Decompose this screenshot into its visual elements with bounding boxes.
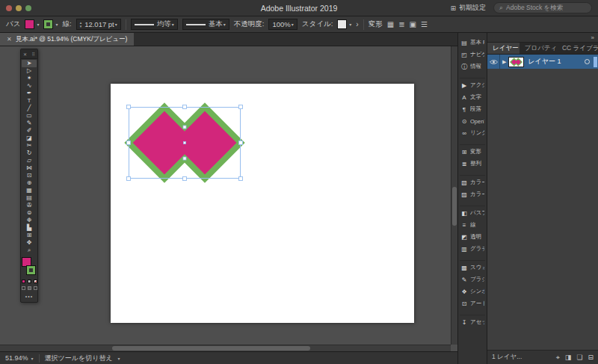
tab-close-icon[interactable]: ✕ xyxy=(7,36,12,43)
color-button[interactable] xyxy=(22,280,25,283)
dock-item-navigator[interactable]: ◰ ナビゲ... xyxy=(458,49,487,61)
stroke-swatch-caret-icon[interactable]: ▾ xyxy=(55,22,58,27)
window-minimize-button[interactable] xyxy=(16,5,22,11)
stroke-color-swatch[interactable] xyxy=(43,19,53,29)
opacity-select[interactable]: 100% ▾ xyxy=(268,19,297,30)
selection-tool[interactable]: ➤ xyxy=(22,60,37,67)
dock-item-pathfinder[interactable]: ◧ パスフ... xyxy=(458,207,487,219)
status-caret-icon[interactable]: ▾ xyxy=(118,356,120,361)
stroke-weight-stepper[interactable]: ▴ ▾ xyxy=(80,21,82,28)
toolbar-stroke-swatch[interactable] xyxy=(26,265,36,275)
dock-item-character[interactable]: A 文字 xyxy=(458,91,487,103)
layer-thumbnail[interactable] xyxy=(508,57,524,67)
layer-visibility-toggle[interactable] xyxy=(487,55,500,69)
shape-builder-tool[interactable]: ⊕ xyxy=(22,179,37,187)
dock-item-stroke[interactable]: ≡ 線 xyxy=(458,219,487,231)
make-clipping-mask-icon[interactable]: ◨ xyxy=(565,354,572,362)
stroke-weight-caret-icon[interactable]: ▾ xyxy=(115,22,117,27)
width-tool[interactable]: ⋈ xyxy=(22,164,37,172)
scissors-tool[interactable]: ✂ xyxy=(22,142,37,149)
layer-expand-icon[interactable]: ▶ xyxy=(502,59,506,65)
dock-item-asset-export[interactable]: ↧ アセッ... xyxy=(458,316,487,328)
tools-panel-close-icon[interactable]: ✕ xyxy=(23,52,27,57)
line-segment-tool[interactable]: ╱ xyxy=(22,105,37,112)
gradient-tool[interactable]: ▤ xyxy=(22,194,37,202)
pencil-tool[interactable]: ✐ xyxy=(22,127,37,135)
transform-link[interactable]: 変形 xyxy=(369,19,383,29)
align-icon[interactable]: ≣ xyxy=(398,20,404,28)
magic-wand-tool[interactable]: ✶ xyxy=(22,75,37,82)
artboard[interactable] xyxy=(111,84,414,323)
type-tool[interactable]: T xyxy=(22,97,37,105)
stepper-down-icon[interactable]: ▾ xyxy=(80,25,82,28)
tools-panel-drag-icon[interactable]: ⠿ xyxy=(32,52,35,57)
new-layer-icon[interactable]: ❏ xyxy=(576,354,582,362)
collapse-panels-icon[interactable]: » xyxy=(591,34,594,41)
none-button[interactable] xyxy=(34,280,37,283)
stroke-weight-value[interactable]: 12.017 pt xyxy=(84,20,114,28)
free-transform-tool[interactable]: ⊡ xyxy=(22,172,37,179)
hand-tool[interactable]: ✥ xyxy=(22,239,37,247)
canvas[interactable]: ✕ ⠿ ➤ ▷ ✶ ∿ ✒ xyxy=(0,46,457,351)
dock-item-paragraph[interactable]: ¶ 段落 xyxy=(458,103,487,115)
dock-item-gradient[interactable]: ▥ グラデ... xyxy=(458,243,487,255)
arrange-icon[interactable]: ▣ xyxy=(410,20,416,28)
artboard-tool[interactable]: ⊞ xyxy=(22,232,37,239)
dock-item-essentials[interactable]: ▤ 基本 R... xyxy=(458,37,487,49)
more-options-chevron-icon[interactable]: › xyxy=(356,20,358,28)
gradient-button[interactable] xyxy=(28,280,31,283)
panel-menu-icon[interactable]: ☰ xyxy=(421,20,428,28)
draw-inside-icon[interactable] xyxy=(34,286,37,290)
tab-libraries[interactable]: CC ライブラ xyxy=(557,43,598,54)
workspace-switcher[interactable]: ⊞ 初期設定 xyxy=(450,3,486,13)
draw-behind-icon[interactable] xyxy=(28,286,31,290)
dock-item-links[interactable]: ∞ リンク xyxy=(458,127,487,139)
scale-tool[interactable]: ▱ xyxy=(22,157,37,164)
blend-tool[interactable]: ⊜ xyxy=(22,209,37,217)
width-profile-select[interactable]: 均等 ▾ xyxy=(131,19,178,30)
tools-panel-header[interactable]: ✕ ⠿ xyxy=(21,49,37,59)
brush-definition-select[interactable]: 基本 ▾ xyxy=(182,19,229,30)
vertical-scrollbar-thumb[interactable] xyxy=(452,187,457,226)
column-graph-tool[interactable]: ▙ xyxy=(22,224,37,232)
transform-grid-icon[interactable]: ▦ xyxy=(387,20,394,28)
stroke-weight-field[interactable]: ▴ ▾ 12.017 pt ▾ xyxy=(76,19,121,30)
dock-item-opentype[interactable]: ⊙ OpenT... xyxy=(458,115,487,127)
horizontal-scrollbar[interactable] xyxy=(0,345,451,351)
window-close-button[interactable] xyxy=(6,5,12,11)
layer-target-icon[interactable] xyxy=(585,59,590,64)
eraser-tool[interactable]: ◪ xyxy=(22,135,37,142)
dock-item-actions[interactable]: ▶ アクシ... xyxy=(458,79,487,91)
rectangle-tool[interactable]: ▭ xyxy=(22,112,37,120)
eyedropper-tool[interactable]: ✇ xyxy=(22,202,37,209)
direct-selection-tool[interactable]: ▷ xyxy=(22,67,37,75)
style-caret-icon[interactable]: ▾ xyxy=(349,22,351,27)
dock-item-artboards[interactable]: ⊡ アート... xyxy=(458,297,487,309)
dock-item-brushes[interactable]: ✎ ブラシ xyxy=(458,274,487,286)
pen-tool[interactable]: ✒ xyxy=(22,90,37,97)
zoom-tool[interactable]: ⌕ xyxy=(22,247,37,254)
mesh-tool[interactable]: ▦ xyxy=(22,187,37,194)
paintbrush-tool[interactable]: ✎ xyxy=(22,120,37,127)
document-tab[interactable]: ✕ 見本.ai* @ 51.94% (CMYK/プレビュー) xyxy=(0,33,134,46)
dock-item-symbols[interactable]: ❖ シンボ... xyxy=(458,286,487,297)
horizontal-scrollbar-thumb[interactable] xyxy=(112,346,310,351)
style-swatch[interactable] xyxy=(337,19,347,29)
fill-swatch-caret-icon[interactable]: ▾ xyxy=(37,22,39,27)
layer-row[interactable]: ▶ レイヤー 1 xyxy=(487,55,598,69)
dock-item-swatches[interactable]: ▩ スウォ... xyxy=(458,262,487,274)
fill-color-swatch[interactable] xyxy=(25,19,34,29)
rotate-tool[interactable]: ↻ xyxy=(22,149,37,157)
vertical-scrollbar[interactable] xyxy=(451,46,457,345)
dock-item-color[interactable]: ▧ カラー xyxy=(458,176,487,188)
dock-item-align[interactable]: ≣ 整列 xyxy=(458,158,487,170)
draw-normal-icon[interactable] xyxy=(22,286,25,290)
symbol-sprayer-tool[interactable]: ❉ xyxy=(22,217,37,224)
layer-name[interactable]: レイヤー 1 xyxy=(528,57,585,67)
lasso-tool[interactable]: ∿ xyxy=(22,82,37,90)
locate-object-icon[interactable]: ⌖ xyxy=(556,354,560,362)
dock-item-transparency[interactable]: ◩ 透明 xyxy=(458,231,487,243)
tab-layers[interactable]: レイヤー xyxy=(487,43,520,54)
tab-properties[interactable]: プロパティ xyxy=(520,43,557,54)
dock-item-transform[interactable]: ⊞ 変形 xyxy=(458,146,487,158)
